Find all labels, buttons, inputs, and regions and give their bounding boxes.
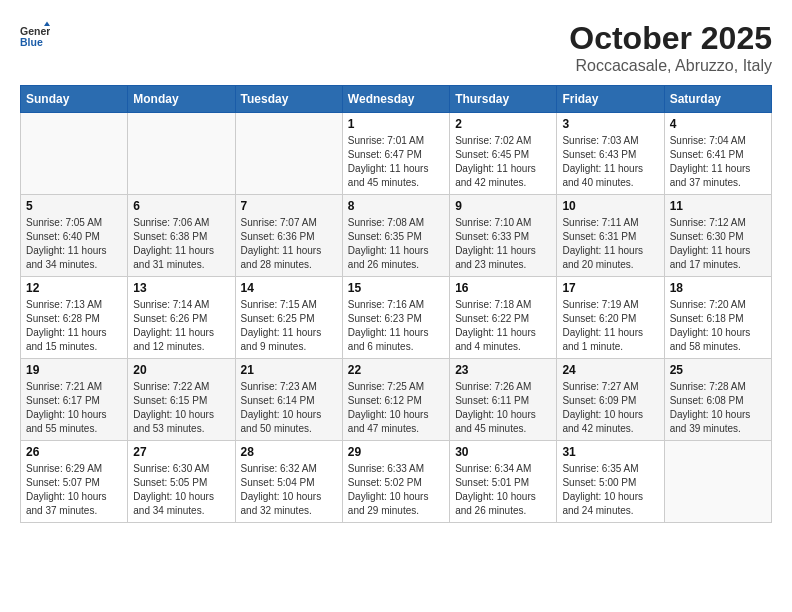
calendar-cell: 25Sunrise: 7:28 AM Sunset: 6:08 PM Dayli… [664, 359, 771, 441]
page-header: General Blue October 2025 Roccacasale, A… [20, 20, 772, 75]
calendar-cell: 31Sunrise: 6:35 AM Sunset: 5:00 PM Dayli… [557, 441, 664, 523]
calendar-cell: 6Sunrise: 7:06 AM Sunset: 6:38 PM Daylig… [128, 195, 235, 277]
calendar-cell: 5Sunrise: 7:05 AM Sunset: 6:40 PM Daylig… [21, 195, 128, 277]
calendar-cell: 28Sunrise: 6:32 AM Sunset: 5:04 PM Dayli… [235, 441, 342, 523]
calendar-week-row: 26Sunrise: 6:29 AM Sunset: 5:07 PM Dayli… [21, 441, 772, 523]
location: Roccacasale, Abruzzo, Italy [569, 57, 772, 75]
day-number: 12 [26, 281, 122, 295]
day-number: 28 [241, 445, 337, 459]
day-number: 4 [670, 117, 766, 131]
day-info: Sunrise: 7:08 AM Sunset: 6:35 PM Dayligh… [348, 216, 444, 272]
day-number: 5 [26, 199, 122, 213]
calendar-cell [128, 113, 235, 195]
day-number: 8 [348, 199, 444, 213]
day-number: 13 [133, 281, 229, 295]
day-info: Sunrise: 7:03 AM Sunset: 6:43 PM Dayligh… [562, 134, 658, 190]
calendar-week-row: 12Sunrise: 7:13 AM Sunset: 6:28 PM Dayli… [21, 277, 772, 359]
weekday-header: Friday [557, 86, 664, 113]
weekday-header: Monday [128, 86, 235, 113]
calendar-cell: 9Sunrise: 7:10 AM Sunset: 6:33 PM Daylig… [450, 195, 557, 277]
day-info: Sunrise: 6:30 AM Sunset: 5:05 PM Dayligh… [133, 462, 229, 518]
day-number: 22 [348, 363, 444, 377]
day-info: Sunrise: 6:32 AM Sunset: 5:04 PM Dayligh… [241, 462, 337, 518]
day-info: Sunrise: 7:15 AM Sunset: 6:25 PM Dayligh… [241, 298, 337, 354]
calendar-cell: 19Sunrise: 7:21 AM Sunset: 6:17 PM Dayli… [21, 359, 128, 441]
month-title: October 2025 [569, 20, 772, 57]
day-info: Sunrise: 7:18 AM Sunset: 6:22 PM Dayligh… [455, 298, 551, 354]
day-info: Sunrise: 7:27 AM Sunset: 6:09 PM Dayligh… [562, 380, 658, 436]
day-info: Sunrise: 6:29 AM Sunset: 5:07 PM Dayligh… [26, 462, 122, 518]
calendar-cell: 14Sunrise: 7:15 AM Sunset: 6:25 PM Dayli… [235, 277, 342, 359]
day-info: Sunrise: 7:11 AM Sunset: 6:31 PM Dayligh… [562, 216, 658, 272]
weekday-header: Wednesday [342, 86, 449, 113]
weekday-row: SundayMondayTuesdayWednesdayThursdayFrid… [21, 86, 772, 113]
day-number: 11 [670, 199, 766, 213]
day-number: 26 [26, 445, 122, 459]
day-number: 21 [241, 363, 337, 377]
calendar-week-row: 1Sunrise: 7:01 AM Sunset: 6:47 PM Daylig… [21, 113, 772, 195]
day-number: 29 [348, 445, 444, 459]
day-number: 6 [133, 199, 229, 213]
calendar-cell: 8Sunrise: 7:08 AM Sunset: 6:35 PM Daylig… [342, 195, 449, 277]
calendar-cell: 11Sunrise: 7:12 AM Sunset: 6:30 PM Dayli… [664, 195, 771, 277]
calendar-body: 1Sunrise: 7:01 AM Sunset: 6:47 PM Daylig… [21, 113, 772, 523]
calendar-cell: 3Sunrise: 7:03 AM Sunset: 6:43 PM Daylig… [557, 113, 664, 195]
day-number: 17 [562, 281, 658, 295]
day-number: 9 [455, 199, 551, 213]
day-number: 1 [348, 117, 444, 131]
day-number: 23 [455, 363, 551, 377]
day-number: 25 [670, 363, 766, 377]
day-info: Sunrise: 7:21 AM Sunset: 6:17 PM Dayligh… [26, 380, 122, 436]
calendar-cell: 12Sunrise: 7:13 AM Sunset: 6:28 PM Dayli… [21, 277, 128, 359]
calendar-cell: 1Sunrise: 7:01 AM Sunset: 6:47 PM Daylig… [342, 113, 449, 195]
day-number: 27 [133, 445, 229, 459]
day-info: Sunrise: 7:02 AM Sunset: 6:45 PM Dayligh… [455, 134, 551, 190]
calendar-cell: 22Sunrise: 7:25 AM Sunset: 6:12 PM Dayli… [342, 359, 449, 441]
day-info: Sunrise: 7:23 AM Sunset: 6:14 PM Dayligh… [241, 380, 337, 436]
day-number: 20 [133, 363, 229, 377]
day-info: Sunrise: 7:12 AM Sunset: 6:30 PM Dayligh… [670, 216, 766, 272]
day-number: 7 [241, 199, 337, 213]
day-number: 24 [562, 363, 658, 377]
day-number: 14 [241, 281, 337, 295]
day-number: 18 [670, 281, 766, 295]
day-info: Sunrise: 6:33 AM Sunset: 5:02 PM Dayligh… [348, 462, 444, 518]
day-info: Sunrise: 7:26 AM Sunset: 6:11 PM Dayligh… [455, 380, 551, 436]
calendar-cell: 30Sunrise: 6:34 AM Sunset: 5:01 PM Dayli… [450, 441, 557, 523]
calendar-cell: 21Sunrise: 7:23 AM Sunset: 6:14 PM Dayli… [235, 359, 342, 441]
day-number: 30 [455, 445, 551, 459]
calendar-cell: 16Sunrise: 7:18 AM Sunset: 6:22 PM Dayli… [450, 277, 557, 359]
day-info: Sunrise: 7:10 AM Sunset: 6:33 PM Dayligh… [455, 216, 551, 272]
day-number: 16 [455, 281, 551, 295]
day-number: 3 [562, 117, 658, 131]
calendar-cell: 24Sunrise: 7:27 AM Sunset: 6:09 PM Dayli… [557, 359, 664, 441]
calendar-cell: 4Sunrise: 7:04 AM Sunset: 6:41 PM Daylig… [664, 113, 771, 195]
calendar-week-row: 19Sunrise: 7:21 AM Sunset: 6:17 PM Dayli… [21, 359, 772, 441]
calendar-cell: 18Sunrise: 7:20 AM Sunset: 6:18 PM Dayli… [664, 277, 771, 359]
day-info: Sunrise: 7:25 AM Sunset: 6:12 PM Dayligh… [348, 380, 444, 436]
logo-icon: General Blue [20, 20, 50, 50]
calendar-cell: 23Sunrise: 7:26 AM Sunset: 6:11 PM Dayli… [450, 359, 557, 441]
calendar-cell [235, 113, 342, 195]
day-info: Sunrise: 6:35 AM Sunset: 5:00 PM Dayligh… [562, 462, 658, 518]
calendar-cell: 13Sunrise: 7:14 AM Sunset: 6:26 PM Dayli… [128, 277, 235, 359]
day-info: Sunrise: 6:34 AM Sunset: 5:01 PM Dayligh… [455, 462, 551, 518]
svg-marker-2 [44, 22, 50, 27]
logo: General Blue [20, 20, 54, 50]
day-info: Sunrise: 7:13 AM Sunset: 6:28 PM Dayligh… [26, 298, 122, 354]
day-info: Sunrise: 7:05 AM Sunset: 6:40 PM Dayligh… [26, 216, 122, 272]
weekday-header: Tuesday [235, 86, 342, 113]
day-info: Sunrise: 7:20 AM Sunset: 6:18 PM Dayligh… [670, 298, 766, 354]
day-info: Sunrise: 7:14 AM Sunset: 6:26 PM Dayligh… [133, 298, 229, 354]
day-info: Sunrise: 7:06 AM Sunset: 6:38 PM Dayligh… [133, 216, 229, 272]
day-info: Sunrise: 7:16 AM Sunset: 6:23 PM Dayligh… [348, 298, 444, 354]
weekday-header: Thursday [450, 86, 557, 113]
calendar-cell [21, 113, 128, 195]
weekday-header: Saturday [664, 86, 771, 113]
day-info: Sunrise: 7:01 AM Sunset: 6:47 PM Dayligh… [348, 134, 444, 190]
calendar-cell: 17Sunrise: 7:19 AM Sunset: 6:20 PM Dayli… [557, 277, 664, 359]
svg-text:Blue: Blue [20, 36, 43, 48]
calendar-cell: 29Sunrise: 6:33 AM Sunset: 5:02 PM Dayli… [342, 441, 449, 523]
calendar-table: SundayMondayTuesdayWednesdayThursdayFrid… [20, 85, 772, 523]
day-number: 31 [562, 445, 658, 459]
